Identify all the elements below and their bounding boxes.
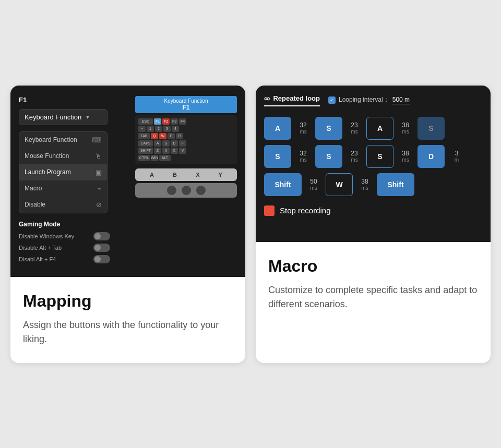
- macro-ms-1: 32ms: [294, 122, 312, 135]
- mapping-card: F1 Keyboard Function ▼ Keyboard Function…: [10, 86, 245, 363]
- macro-key-S5: S: [366, 145, 393, 168]
- macro-ms-9: 38ms: [356, 178, 374, 191]
- macro-ms-5: 23ms: [345, 150, 363, 163]
- menu-item-keyboard[interactable]: Keyboard Function ⌨: [19, 132, 107, 148]
- mapping-title: Mapping: [23, 292, 233, 311]
- gamepad-knobs: [135, 183, 237, 198]
- launch-icon: ▣: [96, 168, 102, 176]
- stop-recording-icon: [264, 205, 275, 216]
- kb-key-shift: SHIFT: [138, 148, 153, 154]
- macro-key-A2: A: [366, 117, 393, 140]
- toggle-label-alt-tab: Disable Alt + Tab: [19, 245, 62, 251]
- kb-key-win: WIN: [151, 155, 158, 161]
- toggle-row-windows: Disable Windows Key: [19, 232, 110, 240]
- check-icon: ✓: [328, 96, 336, 104]
- menu-item-launch[interactable]: Launch Program ▣: [19, 164, 107, 180]
- loop-label: Repeated loop: [273, 94, 320, 102]
- macro-desc: Customize to complete specific tasks and…: [268, 283, 478, 311]
- macro-ms-3: 38ms: [397, 122, 414, 135]
- menu-item-disable[interactable]: Disable ⊘: [19, 197, 107, 213]
- disable-icon: ⊘: [96, 201, 102, 209]
- macro-header: ∞ Repeated loop ✓ Looping interval： 500 …: [264, 94, 482, 106]
- gaming-mode-title: Gaming Mode: [19, 221, 110, 228]
- kb-key-tilde: ~: [138, 126, 146, 132]
- looping-interval-value: 500 m: [392, 96, 410, 104]
- kb-key-1: 1: [147, 126, 154, 132]
- dropdown-button[interactable]: Keyboard Function ▼: [19, 109, 108, 125]
- keyboard-function-dropdown[interactable]: Keyboard Function ▼: [19, 109, 110, 125]
- kb-key-esc: ESC: [138, 118, 153, 125]
- toggle-label-alt-f4: Disabl Alt + F4: [19, 256, 56, 262]
- kb-key-f2: F2: [162, 118, 170, 125]
- keyboard-icon: ⌨: [92, 136, 102, 144]
- macro-key-S4: S: [315, 145, 342, 168]
- chevron-down-icon: ▼: [85, 114, 90, 120]
- menu-label-macro: Macro: [25, 185, 42, 192]
- kb-popup-line2: F1: [139, 104, 233, 111]
- function-menu: Keyboard Function ⌨ Mouse Function 🖱 Lau…: [19, 131, 108, 213]
- toggle-row-alt-f4: Disabl Alt + F4: [19, 255, 110, 263]
- toggle-label-windows: Disable Windows Key: [19, 233, 74, 239]
- kb-key-2: 2: [155, 126, 162, 132]
- mapping-preview: F1 Keyboard Function ▼ Keyboard Function…: [10, 86, 245, 277]
- macro-key-Shift1: Shift: [264, 173, 302, 196]
- mouse-icon: 🖱: [95, 152, 102, 160]
- kb-key-3: 3: [163, 126, 171, 132]
- macro-icon: ⌁: [98, 185, 102, 192]
- macro-key-Shift2: Shift: [377, 173, 414, 196]
- kb-key-s: S: [162, 140, 170, 147]
- menu-label-launch: Launch Program: [25, 168, 71, 176]
- looping-interval-label: Looping interval：: [339, 95, 389, 104]
- gamepad-label-b: B: [173, 172, 177, 178]
- macro-row-1: A 32ms S 23ms A 38ms S: [264, 117, 482, 140]
- menu-item-mouse[interactable]: Mouse Function 🖱: [19, 148, 107, 164]
- kb-key-e: E: [168, 133, 175, 139]
- kb-key-4: 4: [172, 126, 179, 132]
- mapping-text: Mapping Assign the buttons with the func…: [10, 277, 245, 363]
- kb-key-f1: F1: [154, 118, 161, 125]
- macro-preview: ∞ Repeated loop ✓ Looping interval： 500 …: [256, 86, 491, 242]
- looping-interval: ✓ Looping interval： 500 m: [328, 95, 410, 104]
- gamepad-label-y: Y: [219, 172, 222, 178]
- dropdown-value: Keyboard Function: [25, 113, 81, 121]
- menu-item-macro[interactable]: Macro ⌁: [19, 180, 107, 197]
- macro-title: Macro: [268, 257, 478, 276]
- kb-key-v: V: [179, 148, 186, 154]
- toggle-alt-tab[interactable]: [93, 244, 110, 252]
- mapping-desc: Assign the buttons with the functionalit…: [23, 318, 233, 346]
- macro-card: ∞ Repeated loop ✓ Looping interval： 500 …: [256, 86, 491, 363]
- loop-icon: ∞: [264, 94, 270, 103]
- stop-recording[interactable]: Stop recording: [264, 205, 482, 216]
- macro-key-S3: S: [264, 145, 291, 168]
- gamepad-strip: A B X Y: [135, 168, 237, 181]
- macro-ms-4: 32ms: [294, 150, 312, 163]
- gamepad-label-a: A: [150, 172, 154, 178]
- macro-key-D1: D: [418, 145, 445, 168]
- kb-key-f4: F4: [179, 118, 186, 125]
- toggle-alt-f4[interactable]: [93, 255, 110, 263]
- macro-keys-grid: A 32ms S 23ms A 38ms S S 32ms S 23ms S 3…: [264, 117, 482, 196]
- knob-2: [182, 186, 191, 195]
- macro-ms-7: 3m: [448, 150, 466, 163]
- macro-row-2: S 32ms S 23ms S 38ms D 3m: [264, 145, 482, 168]
- kb-key-c: C: [171, 148, 178, 154]
- kb-key-f3: F3: [171, 118, 178, 125]
- macro-key-A1: A: [264, 117, 291, 140]
- macro-text: Macro Customize to complete specific tas…: [256, 242, 491, 328]
- f1-label: F1: [19, 96, 110, 104]
- toggle-windows-key[interactable]: [93, 232, 110, 240]
- macro-key-W1: W: [326, 173, 353, 196]
- kb-key-q: Q: [151, 133, 158, 139]
- menu-label-mouse: Mouse Function: [25, 152, 69, 160]
- kb-key-caps: CAPS: [138, 140, 153, 147]
- kb-key-x: X: [162, 148, 170, 154]
- knob-3: [196, 186, 206, 195]
- kb-key-a: A: [154, 140, 161, 147]
- menu-label-keyboard: Keyboard Function: [25, 136, 77, 143]
- macro-key-S1: S: [315, 117, 342, 140]
- kb-key-ctrl: CTRL: [138, 155, 150, 161]
- macro-ms-2: 23ms: [345, 122, 363, 135]
- kb-key-alt: ALT: [159, 155, 171, 161]
- menu-label-disable: Disable: [25, 201, 45, 208]
- kb-key-d: D: [171, 140, 178, 147]
